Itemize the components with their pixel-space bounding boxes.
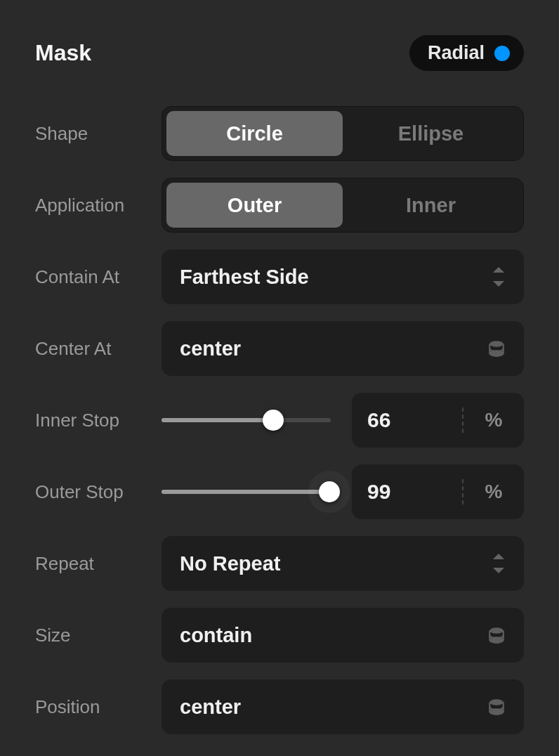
shape-row: Shape Circle Ellipse — [35, 106, 524, 161]
size-value: contain — [180, 624, 252, 647]
application-row: Application Outer Inner — [35, 178, 524, 233]
application-segmented: Outer Inner — [162, 178, 524, 233]
contain-at-label: Contain At — [35, 266, 162, 288]
application-option-outer[interactable]: Outer — [166, 183, 343, 228]
inner-stop-value: 66 — [352, 408, 462, 432]
database-icon — [487, 626, 506, 644]
svg-point-0 — [489, 341, 504, 347]
inner-stop-unit: % — [463, 409, 524, 431]
position-value: center — [180, 696, 241, 719]
inner-stop-value-box[interactable]: 66 % — [352, 393, 524, 448]
inner-stop-row: Inner Stop 66 % — [35, 393, 524, 448]
database-icon — [487, 698, 506, 716]
slider-thumb-icon[interactable] — [263, 410, 284, 431]
contain-at-value: Farthest Side — [180, 266, 309, 289]
outer-stop-unit: % — [463, 481, 524, 503]
contain-at-row: Contain At Farthest Side — [35, 249, 524, 304]
outer-stop-slider[interactable] — [162, 481, 331, 502]
svg-point-5 — [489, 708, 504, 715]
position-label: Position — [35, 696, 162, 718]
badge-dot-icon — [494, 46, 510, 61]
slider-thumb-icon[interactable] — [319, 481, 340, 502]
repeat-label: Repeat — [35, 553, 162, 575]
panel-header: Mask Radial — [35, 35, 524, 71]
size-row: Size contain — [35, 608, 524, 663]
svg-point-3 — [489, 637, 504, 643]
size-input[interactable]: contain — [162, 608, 524, 663]
mask-type-badge[interactable]: Radial — [409, 35, 524, 71]
outer-stop-value: 99 — [352, 480, 462, 504]
size-label: Size — [35, 625, 162, 646]
center-at-row: Center At center — [35, 321, 524, 376]
database-icon — [487, 339, 506, 358]
svg-point-2 — [489, 627, 504, 634]
application-label: Application — [35, 195, 162, 216]
position-row: Position center — [35, 679, 524, 734]
shape-label: Shape — [35, 123, 162, 145]
svg-point-4 — [489, 699, 504, 705]
panel-title: Mask — [35, 40, 91, 66]
chevron-updown-icon — [492, 267, 506, 287]
repeat-select[interactable]: No Repeat — [162, 536, 524, 591]
outer-stop-label: Outer Stop — [35, 481, 162, 503]
contain-at-select[interactable]: Farthest Side — [162, 249, 524, 304]
inner-stop-label: Inner Stop — [35, 410, 162, 431]
svg-point-1 — [489, 350, 504, 356]
shape-segmented: Circle Ellipse — [162, 106, 524, 161]
center-at-input[interactable]: center — [162, 321, 524, 376]
inner-stop-slider[interactable] — [162, 410, 331, 431]
shape-option-ellipse[interactable]: Ellipse — [343, 111, 519, 156]
shape-option-circle[interactable]: Circle — [166, 111, 343, 156]
center-at-label: Center At — [35, 338, 162, 360]
position-input[interactable]: center — [162, 679, 524, 734]
chevron-updown-icon — [492, 554, 506, 573]
application-option-inner[interactable]: Inner — [343, 183, 519, 228]
center-at-value: center — [180, 337, 241, 360]
repeat-row: Repeat No Repeat — [35, 536, 524, 591]
outer-stop-value-box[interactable]: 99 % — [352, 464, 524, 519]
badge-label: Radial — [428, 42, 485, 64]
repeat-value: No Repeat — [180, 552, 280, 575]
outer-stop-row: Outer Stop 99 % — [35, 464, 524, 519]
